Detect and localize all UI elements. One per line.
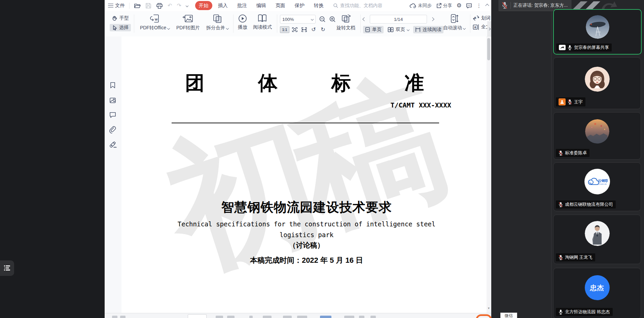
tab-comment[interactable]: 批注	[234, 1, 251, 10]
taskbar-logo-fragment	[476, 314, 492, 318]
sync-status[interactable]: 未同步	[409, 3, 432, 9]
statusbar-icon[interactable]	[370, 316, 376, 318]
tab-page[interactable]: 页面	[272, 1, 289, 10]
participant-nametag: 标准委陈卓	[556, 149, 589, 157]
participant-tile[interactable]: 忠杰 北方恒达物流园 韩忠杰	[553, 268, 641, 318]
play-button[interactable]: 播放	[236, 14, 249, 30]
vertical-scrollbar[interactable]: ▾	[487, 37, 491, 313]
statusbar-icon[interactable]	[263, 316, 272, 318]
file-menu[interactable]: 文件	[108, 2, 125, 9]
dropdown-icon	[226, 27, 229, 30]
scroll-down-arrow[interactable]: ▾	[487, 306, 491, 310]
more-button[interactable]: ⋮	[476, 3, 481, 8]
single-page-button[interactable]: 单页	[363, 26, 384, 33]
zoom-out-button[interactable]	[319, 16, 326, 23]
feedback-button[interactable]	[466, 3, 472, 8]
collapse-toolbar-button[interactable]	[486, 4, 489, 7]
participant-name: 标准委陈卓	[565, 150, 587, 156]
double-page-button[interactable]: 双页	[386, 26, 411, 33]
chevron-down-icon	[186, 4, 188, 7]
tab-insert[interactable]: 插入	[214, 1, 231, 10]
pdf-to-image-button[interactable]: PDF转图片	[175, 14, 202, 31]
redo-button[interactable]: ↷	[177, 3, 181, 8]
heading-char: 准	[404, 70, 424, 96]
page-indicator[interactable]: 1/14	[370, 15, 427, 24]
print-button[interactable]	[156, 3, 163, 9]
mic-on-icon	[568, 45, 572, 51]
svg-text:W: W	[155, 18, 158, 21]
comments-button[interactable]	[109, 112, 116, 118]
outline-panel-button[interactable]	[0, 260, 14, 276]
participant-tile[interactable]: 贺宗春的屏幕共享	[553, 9, 642, 55]
settings-button[interactable]: ⚙	[457, 3, 462, 8]
pdf-to-image-label: PDF转图片	[176, 25, 200, 31]
word-translate-icon: a	[473, 15, 479, 21]
scrollbar-thumb[interactable]	[487, 38, 490, 60]
hand-tool-button[interactable]: 手型	[110, 14, 131, 22]
attachments-button[interactable]	[109, 126, 116, 133]
tab-convert[interactable]: 转换	[310, 1, 327, 10]
rotate-left-button[interactable]: ↺	[310, 26, 318, 33]
read-mode-button[interactable]: 阅读模式	[251, 14, 274, 30]
word-translate-button[interactable]: a 划词	[473, 15, 491, 21]
tab-home[interactable]: 开始	[195, 1, 212, 10]
images-button[interactable]	[109, 97, 116, 104]
statusbar-icon[interactable]	[359, 316, 364, 318]
ribbon-expander[interactable]	[487, 21, 491, 36]
participant-nametag: 贺宗春的屏幕共享	[556, 43, 612, 52]
heading-char: 标	[331, 70, 351, 96]
continuous-read-button[interactable]: 连续阅读	[413, 26, 443, 33]
statusbar-icon[interactable]	[120, 316, 126, 318]
svg-text:a: a	[474, 25, 476, 29]
undo-button[interactable]: ↶	[168, 3, 172, 8]
rotate-document-label: 旋转文档	[336, 25, 355, 31]
redo-icon: ↷	[177, 3, 181, 8]
statusbar-icon[interactable]	[320, 316, 331, 318]
mic-muted-icon	[559, 150, 563, 156]
quick-access-dropdown[interactable]	[186, 5, 188, 7]
statusbar-icon[interactable]	[283, 316, 292, 318]
split-merge-button[interactable]: 拆分合并	[204, 14, 231, 31]
share-icon	[436, 3, 442, 8]
participant-tile[interactable]: 王宇	[553, 57, 641, 109]
participant-tile[interactable]: 标准委陈卓	[553, 112, 641, 160]
fit-width-button[interactable]	[300, 26, 308, 33]
save-button[interactable]	[145, 3, 151, 9]
play-icon	[238, 14, 247, 23]
tab-edit[interactable]: 编辑	[253, 1, 270, 10]
participant-tile[interactable]: 淘钢网 王龙飞	[553, 215, 641, 264]
statusbar-icon[interactable]	[112, 316, 117, 318]
auto-scroll-button[interactable]: 自动滚动	[441, 14, 467, 31]
share-button[interactable]: 分享	[436, 3, 452, 9]
previous-page-button[interactable]	[362, 17, 366, 21]
pdf-to-office-button[interactable]: W PDF转Office	[137, 14, 173, 31]
document-title-en-line1: Technical specifications for the constru…	[128, 220, 485, 228]
pdf-to-image-icon	[182, 14, 194, 24]
participant-name: 贺宗春的屏幕共享	[574, 44, 609, 51]
rotate-document-button[interactable]: 旋转文档	[335, 14, 357, 31]
next-page-button[interactable]	[430, 17, 434, 21]
participant-tile[interactable]: 云钢联 YUNGANGLIAN 成都云钢联物流有限公司	[553, 162, 641, 211]
statusbar-icon[interactable]	[297, 316, 307, 318]
split-merge-label: 拆分合并	[206, 25, 225, 30]
statusbar-icon[interactable]	[216, 316, 223, 318]
avatar-initials: 忠杰	[590, 283, 604, 292]
statusbar-icon[interactable]	[344, 316, 354, 318]
avatar	[586, 15, 609, 39]
search-box[interactable]: 查找功能、文档内容	[333, 3, 383, 9]
statusbar-icon[interactable]	[249, 316, 253, 318]
chat-icon	[466, 3, 472, 8]
zoom-level-select[interactable]: 100%	[280, 15, 316, 24]
tab-protect[interactable]: 保护	[291, 1, 308, 10]
signature-button[interactable]	[109, 141, 117, 148]
select-tool-button[interactable]: 选择	[110, 24, 131, 31]
statusbar-page-input[interactable]	[188, 314, 207, 318]
fit-page-button[interactable]	[291, 26, 299, 33]
rotate-right-button[interactable]: ↻	[319, 26, 327, 33]
open-button[interactable]	[134, 3, 141, 9]
bookmarks-button[interactable]	[109, 82, 116, 89]
statusbar-icon[interactable]	[227, 316, 235, 318]
document-page[interactable]: 初稿 团 体 标 准 T/CAMT XXX-XXXX 智慧钢铁物流园建设技术要求…	[121, 36, 487, 313]
pdf-app-window: 文件 ↶ ↷ 开始 插入 批注 编辑 页面 保护 转换 查找	[105, 0, 491, 318]
actual-size-button[interactable]: 1:1	[280, 26, 289, 33]
